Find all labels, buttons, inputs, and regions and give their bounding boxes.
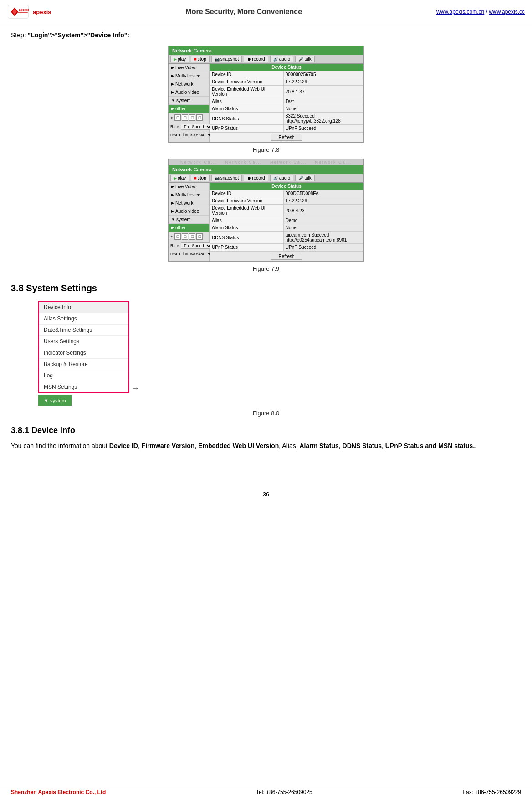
play-btn-78[interactable]: ▶play — [170, 56, 189, 62]
cam-rate-select-79: Rate Full-Speed — [169, 241, 209, 250]
audio-btn-78[interactable]: 🔊audio — [270, 56, 293, 62]
row-label: Alias — [210, 98, 284, 105]
nav-system-79[interactable]: ▼system — [169, 216, 209, 224]
table-row: Device ID 000000256795 — [210, 71, 363, 78]
step-text: "Login">"System">"Device Info": — [28, 31, 129, 39]
row-value: 20.8.4.23 — [283, 205, 363, 217]
cam-body-79: ▶Live Video ▶Multi-Device ▶Net work ▶Aud… — [169, 183, 363, 261]
system-menu-box: Device Info Alias Settings Date&Time Set… — [38, 301, 129, 393]
table-row: Alias Test — [210, 98, 363, 105]
device-status-table-79: Device ID 000DC5D008FA Device Firmware V… — [210, 190, 363, 251]
cam-toolbar-79: ▶play ■stop 📷snapshot ⏺record 🔊audio 🎤ta… — [169, 174, 363, 183]
stop-btn-78[interactable]: ■stop — [191, 56, 209, 62]
header-links: www.apexis.com.cn / www.apexis.cc — [436, 9, 525, 15]
nav-audio-78[interactable]: ▶Audio video — [169, 88, 209, 97]
row-label: UPnP Status — [210, 125, 284, 132]
menu-item-users[interactable]: Users Settings — [39, 336, 128, 347]
figure-79-screenshot: Network Ca... Network Ca... Network Ca..… — [168, 159, 364, 262]
bold-upnp: UPnP Status and MSN status. — [385, 442, 475, 449]
row-label: Device Embedded Web UI Version — [210, 205, 284, 217]
bold-alarm: Alarm Status — [299, 442, 338, 449]
snapshot-btn-78[interactable]: 📷snapshot — [211, 56, 242, 62]
cam-rate-select-78: Rate Full-Speed — [169, 122, 209, 131]
row-label: DDNS Status — [210, 232, 284, 244]
play-btn-79[interactable]: ▶play — [170, 175, 189, 181]
rate-dropdown-79[interactable]: Full-Speed — [181, 242, 213, 249]
menu-item-device-info[interactable]: Device Info — [39, 302, 128, 313]
stop-btn-79[interactable]: ■stop — [191, 175, 209, 181]
nav-other-79[interactable]: ▶other — [169, 224, 209, 232]
cam-resolution-78: resolution 320*240 ▼ — [169, 131, 209, 139]
figure-80-container: Device Info Alias Settings Date&Time Set… — [38, 301, 521, 406]
bold-firmware: Firmware Version — [142, 442, 195, 449]
resolution-value-78: 320*240 — [190, 133, 205, 137]
menu-item-alias-settings[interactable]: Alias Settings — [39, 313, 128, 325]
system-menu-wrapper: Device Info Alias Settings Date&Time Set… — [38, 301, 139, 406]
nav-network-78[interactable]: ▶Net work — [169, 80, 209, 88]
system-nav-active[interactable]: ▼ system — [38, 395, 72, 406]
audio-btn-79[interactable]: 🔊audio — [270, 175, 293, 181]
table-row: Alarm Status None — [210, 105, 363, 113]
record-btn-79[interactable]: ⏺record — [244, 175, 268, 181]
table-row: Device Embedded Web UI Version 20.8.1.37 — [210, 86, 363, 98]
rate-text-78: Rate — [170, 124, 179, 129]
row-label: Alias — [210, 217, 284, 224]
refresh-button-79[interactable]: Refresh — [271, 253, 302, 260]
row-value: None — [283, 105, 363, 113]
rate-label-79: ● — [170, 234, 173, 239]
rate-label-78: ● — [170, 115, 173, 120]
nav-live-video-78[interactable]: ▶Live Video — [169, 64, 209, 72]
cam-topbar-79: Network Camera — [169, 165, 363, 174]
refresh-button-78[interactable]: Refresh — [271, 134, 302, 141]
row-value: UPnP Succeed — [283, 125, 363, 132]
row-value: Demo — [283, 217, 363, 224]
website-link2[interactable]: www.apexis.cc — [489, 9, 525, 15]
footer-tel: Tel: +86-755-26509025 — [256, 789, 312, 795]
nav-other-78[interactable]: ▶other — [169, 105, 209, 113]
nav-audio-79[interactable]: ▶Audio video — [169, 207, 209, 216]
device-status-title-79: Device Status — [210, 183, 363, 190]
svg-text:apexis: apexis — [19, 8, 29, 12]
row-value: aipcam.com Succeed http://e0254.aipcam.c… — [283, 232, 363, 244]
main-content: Step: "Login">"System">"Device Info": Ne… — [0, 24, 532, 464]
website-link1[interactable]: www.apexis.com.cn — [436, 9, 484, 15]
record-btn-78[interactable]: ⏺record — [244, 56, 268, 62]
figure-78-caption: Figure 7.8 — [11, 146, 521, 153]
row-value: 20.8.1.37 — [283, 86, 363, 98]
nav-system-78[interactable]: ▼system — [169, 97, 209, 105]
footer-fax: Fax: +86-755-26509229 — [463, 789, 521, 795]
rate-dropdown-78[interactable]: Full-Speed — [181, 124, 213, 130]
nav-live-video-79[interactable]: ▶Live Video — [169, 183, 209, 191]
table-row: DDNS Status aipcam.com Succeed http://e0… — [210, 232, 363, 244]
page-footer: Shenzhen Apexis Electronic Co., Ltd Tel:… — [0, 785, 532, 799]
nav-network-79[interactable]: ▶Net work — [169, 199, 209, 207]
cam-sidebar-79: ▶Live Video ▶Multi-Device ▶Net work ▶Aud… — [169, 183, 210, 261]
table-row: Device Firmware Version 17.22.2.26 — [210, 78, 363, 86]
table-row: Alarm Status None — [210, 224, 363, 232]
row-value: Test — [283, 98, 363, 105]
footer-company: Shenzhen Apexis Electronic Co., Ltd — [11, 789, 106, 795]
table-row: DDNS Status 3322 Succeed http://jerryjwb… — [210, 113, 363, 125]
cam-toolbar-78: ▶play ■stop 📷snapshot ⏺record 🔊audio 🎤ta… — [169, 55, 363, 64]
talk-btn-79[interactable]: 🎤talk — [295, 175, 315, 181]
snapshot-btn-79[interactable]: 📷snapshot — [211, 175, 242, 181]
bold-webui: Embedded Web UI Version — [198, 442, 279, 449]
refresh-area-79: Refresh — [210, 251, 363, 261]
cam-body-78: ▶Live Video ▶Multi-Device ▶Net work ▶Aud… — [169, 64, 363, 142]
cam-rate-area-78: ● □ □ □ □ — [169, 113, 209, 122]
row-value: 3322 Succeed http://jerryjwb.3322.org:12… — [283, 113, 363, 125]
talk-btn-78[interactable]: 🎤talk — [295, 56, 315, 62]
row-label: Device Embedded Web UI Version — [210, 86, 284, 98]
figure-79-caption: Figure 7.9 — [11, 265, 521, 272]
menu-item-datetime[interactable]: Date&Time Settings — [39, 325, 128, 336]
arrow-right-icon: → — [131, 384, 139, 393]
table-row: Device Embedded Web UI Version 20.8.4.23 — [210, 205, 363, 217]
rate-text-79: Rate — [170, 243, 179, 248]
menu-item-backup[interactable]: Backup & Restore — [39, 359, 128, 370]
nav-multi-device-79[interactable]: ▶Multi-Device — [169, 191, 209, 199]
menu-item-log[interactable]: Log — [39, 370, 128, 381]
nav-multi-device-78[interactable]: ▶Multi-Device — [169, 72, 209, 80]
menu-item-msn[interactable]: MSN Settings — [39, 381, 128, 392]
step-instruction: Step: "Login">"System">"Device Info": — [11, 31, 521, 39]
menu-item-indicator[interactable]: Indicator Settings — [39, 347, 128, 359]
